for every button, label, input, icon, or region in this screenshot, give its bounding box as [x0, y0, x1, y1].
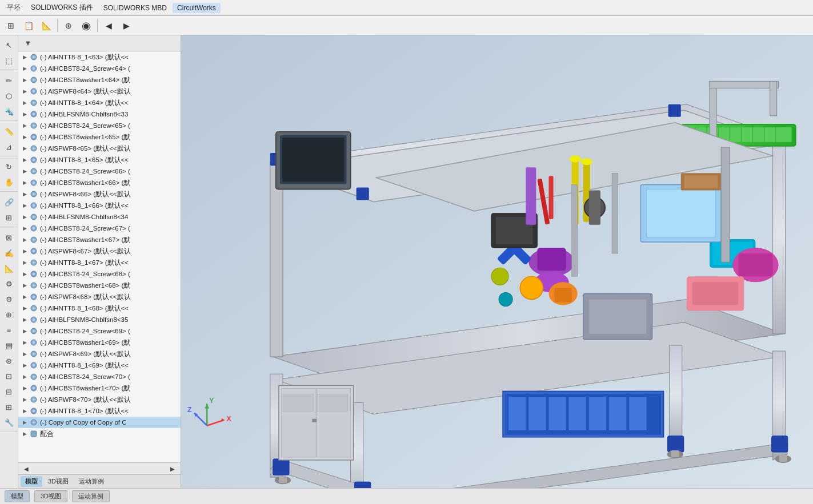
left-icon-measure2[interactable]: 📐 [1, 261, 17, 276]
tree-item-mate[interactable]: ▶配合 [18, 428, 181, 440]
tree-expand-arrow[interactable]: ▶ [21, 87, 29, 95]
toolbar-crosshair-btn[interactable]: ⊕ [60, 18, 77, 34]
tree-item-2[interactable]: ▶(-) AlHCBST8-24_Screw<64> ( [18, 63, 181, 74]
tree-scroll-left[interactable]: ◀ [21, 464, 32, 473]
tree-expand-arrow[interactable]: ▶ [21, 53, 29, 61]
left-icon-select[interactable]: ↖ [1, 38, 17, 53]
tree-item-22[interactable]: ▶(-) AlSPWF8<68> (默认<<默认 [18, 291, 181, 303]
tree-item-30[interactable]: ▶(-) AlHCBST8washer1<70> (默 [18, 382, 181, 394]
toolbar-prev-btn[interactable]: ◀ [100, 18, 117, 34]
tree-item-33[interactable]: ▶(-) Copy of Copy of Copy of C [18, 417, 181, 428]
tree-item-23[interactable]: ▶(-) AlHNTT8-8_1<68> (默认<< [18, 303, 181, 314]
tree-item-1[interactable]: ▶(-) AlHNTT8-8_1<63> (默认<< [18, 51, 181, 63]
tree-expand-arrow[interactable]: ▶ [21, 179, 29, 187]
left-icon-more3[interactable]: ▤ [1, 338, 17, 353]
tree-expand-arrow[interactable]: ▶ [21, 99, 29, 107]
left-icon-eval[interactable]: ⚙ [1, 276, 17, 291]
tree-item-27[interactable]: ▶(-) AlSPWF8<69> (默认<<默认 [18, 348, 181, 360]
left-icon-more1[interactable]: ⊕ [1, 307, 17, 322]
left-icon-more5[interactable]: ⊡ [1, 369, 17, 384]
3d-viewport[interactable]: X Y Z [181, 35, 813, 488]
tree-expand-arrow[interactable]: ▶ [21, 167, 29, 175]
tree-item-20[interactable]: ▶(-) AlHCBST8-24_Screw<68> ( [18, 268, 181, 280]
tree-expand-arrow[interactable]: ▶ [21, 133, 29, 141]
toolbar-color-btn[interactable]: ◉ [78, 18, 95, 34]
left-icon-assem[interactable]: 🔩 [1, 104, 17, 119]
tree-item-7[interactable]: ▶(-) AlHCBST8-24_Screw<65> ( [18, 120, 181, 131]
left-icon-comp[interactable]: ⊞ [1, 210, 17, 225]
toolbar-next-btn[interactable]: ▶ [118, 18, 135, 34]
tree-item-19[interactable]: ▶(-) AlHNTT8-8_1<67> (默认<< [18, 257, 181, 268]
tree-expand-arrow[interactable]: ▶ [21, 304, 29, 312]
tree-expand-arrow-mate[interactable]: ▶ [21, 430, 29, 438]
tree-item-14[interactable]: ▶(-) AlHNTT8-8_1<66> (默认<< [18, 200, 181, 211]
menu-item-sw-plugin[interactable]: SOLIDWORKS 插件 [26, 2, 98, 14]
left-icon-markup[interactable]: ✍ [1, 245, 17, 260]
tree-expand-arrow[interactable]: ▶ [21, 327, 29, 335]
tree-item-29[interactable]: ▶(-) AlHCBST8-24_Screw<70> ( [18, 371, 181, 382]
left-icon-settings[interactable]: ⚙ [1, 292, 17, 307]
tree-item-18[interactable]: ▶(-) AlSPWF8<67> (默认<<默认 [18, 245, 181, 257]
status-tab-model[interactable]: 模型 [5, 490, 30, 502]
tree-expand-arrow[interactable]: ▶ [21, 213, 29, 221]
menu-item-sw-mbd[interactable]: SOLIDWORKS MBD [99, 3, 171, 13]
tree-item-6[interactable]: ▶(-) AlHBLFSNM8-Chblfsn8<33 [18, 108, 181, 120]
tree-expand-arrow[interactable]: ▶ [21, 110, 29, 118]
tree-item-28[interactable]: ▶(-) AlHNTT8-8_1<69> (默认<< [18, 360, 181, 371]
tree-scroll-right[interactable]: ▶ [167, 464, 178, 473]
tree-expand-arrow[interactable]: ▶ [21, 384, 29, 392]
tree-expand-arrow[interactable]: ▶ [21, 281, 29, 289]
tree-item-21[interactable]: ▶(-) AlHCBST8washer1<68> (默 [18, 280, 181, 291]
tree-item-5[interactable]: ▶(-) AlHNTT8-8_1<64> (默认<< [18, 97, 181, 108]
tree-body[interactable]: ▶(-) AlHNTT8-8_1<63> (默认<<▶(-) AlHCBST8-… [18, 51, 181, 462]
tree-item-17[interactable]: ▶(-) AlHCBST8washer1<67> (默 [18, 234, 181, 245]
tree-expand-arrow[interactable]: ▶ [21, 156, 29, 164]
tree-expand-arrow[interactable]: ▶ [21, 396, 29, 404]
tree-expand-arrow[interactable]: ▶ [21, 247, 29, 255]
tree-expand-arrow[interactable]: ▶ [21, 201, 29, 209]
left-icon-rotate[interactable]: ↻ [1, 159, 17, 174]
left-icon-zoom[interactable]: ⬚ [1, 53, 17, 68]
toolbar-copy-btn[interactable]: 📋 [20, 18, 37, 34]
left-icon-ref[interactable]: ⊿ [1, 139, 17, 154]
tree-item-24[interactable]: ▶(-) AlHBLFSNM8-Chblfsn8<35 [18, 314, 181, 325]
tree-item-31[interactable]: ▶(-) AlSPWF8<70> (默认<<默认 [18, 394, 181, 405]
tree-expand-arrow[interactable]: ▶ [21, 338, 29, 346]
tree-expand-arrow[interactable]: ▶ [21, 316, 29, 324]
left-icon-more6[interactable]: ⊟ [1, 384, 17, 399]
tree-tab-model[interactable]: 模型 [21, 476, 42, 487]
tree-item-16[interactable]: ▶(-) AlHCBST8-24_Screw<67> ( [18, 223, 181, 234]
tree-item-15[interactable]: ▶(-) AlHBLFSNM8-Chblfsn8<34 [18, 211, 181, 223]
tree-tab-3dview[interactable]: 3D视图 [43, 476, 73, 487]
left-icon-section[interactable]: ⊠ [1, 230, 17, 245]
left-icon-pan[interactable]: ✋ [1, 175, 17, 189]
left-icon-sketch[interactable]: ✏ [1, 73, 17, 88]
left-icon-feature[interactable]: ⬡ [1, 88, 17, 103]
toolbar-grid-btn[interactable]: ⊞ [2, 18, 19, 34]
left-icon-mate[interactable]: 🔗 [1, 195, 17, 209]
tree-expand-arrow[interactable]: ▶ [21, 190, 29, 198]
tree-item-32[interactable]: ▶(-) AlHNTT8-8_1<70> (默认<< [18, 405, 181, 417]
tree-expand-arrow[interactable]: ▶ [21, 270, 29, 278]
left-icon-more2[interactable]: ≡ [1, 322, 17, 337]
tree-expand-arrow[interactable]: ▶ [21, 293, 29, 301]
tree-filter-icon[interactable]: ▼ [22, 37, 34, 50]
left-icon-more7[interactable]: ⊞ [1, 400, 17, 414]
tree-item-3[interactable]: ▶(-) AlHCBST8washer1<64> (默 [18, 74, 181, 86]
tree-expand-arrow[interactable]: ▶ [21, 64, 29, 72]
tree-expand-arrow[interactable]: ▶ [21, 144, 29, 152]
tree-item-9[interactable]: ▶(-) AlSPWF8<65> (默认<<默认 [18, 143, 181, 154]
tree-expand-arrow[interactable]: ▶ [21, 224, 29, 232]
tree-item-12[interactable]: ▶(-) AlHCBST8washer1<66> (默 [18, 177, 181, 188]
tree-item-13[interactable]: ▶(-) AlSPWF8<66> (默认<<默认 [18, 188, 181, 200]
toolbar-measure-btn[interactable]: 📐 [38, 18, 55, 34]
menu-item-circuitworks[interactable]: CircuitWorks [173, 3, 221, 13]
tree-item-26[interactable]: ▶(-) AlHCBST8washer1<69> (默 [18, 337, 181, 348]
tree-item-25[interactable]: ▶(-) AlHCBST8-24_Screw<69> ( [18, 325, 181, 337]
tree-expand-arrow[interactable]: ▶ [21, 350, 29, 358]
tree-expand-arrow[interactable]: ▶ [21, 361, 29, 369]
tree-expand-arrow[interactable]: ▶ [21, 259, 29, 267]
tree-expand-arrow[interactable]: ▶ [21, 407, 29, 415]
tree-item-11[interactable]: ▶(-) AlHCBST8-24_Screw<66> ( [18, 166, 181, 177]
left-icon-dim[interactable]: 📏 [1, 124, 17, 139]
